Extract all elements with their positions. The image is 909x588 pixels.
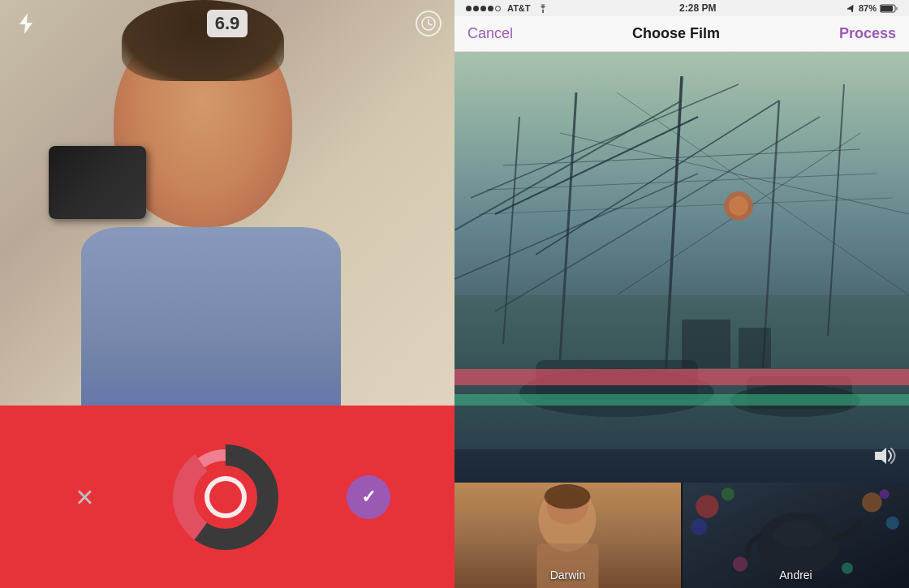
- status-bar-right: 87%: [847, 3, 898, 13]
- location-icon: [847, 4, 855, 12]
- check-icon: ✓: [361, 487, 376, 508]
- score-badge: 6.9: [207, 10, 248, 37]
- pink-stripe: [454, 369, 909, 385]
- signal-dot-1: [466, 6, 472, 11]
- svg-rect-39: [739, 328, 771, 368]
- svg-rect-38: [682, 320, 730, 368]
- film-thumb-andrei[interactable]: Andrei: [683, 483, 909, 588]
- timer-icon[interactable]: [416, 11, 442, 36]
- signal-dot-2: [473, 6, 479, 11]
- green-stripe: [454, 394, 909, 406]
- score-value: 6.9: [215, 13, 240, 33]
- signal-dot-3: [480, 6, 486, 11]
- photo-background: [0, 0, 454, 406]
- boat-wires-svg: [454, 52, 909, 449]
- process-button[interactable]: Process: [839, 25, 896, 42]
- wifi-icon: [537, 4, 549, 13]
- svg-marker-0: [19, 13, 32, 34]
- battery-percent: 87%: [859, 3, 877, 13]
- signal-dot-4: [488, 6, 493, 11]
- svg-marker-43: [875, 448, 886, 464]
- discard-button[interactable]: ×: [64, 477, 105, 517]
- signal-strength: [466, 6, 501, 11]
- right-panel: AT&T 2:28 PM 87% Cancel Choose Film Pro: [454, 0, 909, 588]
- svg-marker-11: [847, 4, 855, 12]
- status-bar-left: AT&T: [466, 3, 549, 13]
- x-icon: ×: [75, 482, 93, 513]
- bottom-controls: × ✓: [0, 406, 454, 588]
- left-panel: 6.9 ×: [0, 0, 454, 588]
- svg-point-9: [209, 481, 242, 513]
- svg-rect-13: [881, 6, 893, 11]
- cancel-button[interactable]: Cancel: [467, 25, 513, 42]
- bolt-icon[interactable]: [13, 11, 39, 36]
- camera-object: [49, 146, 146, 219]
- left-photo-area: 6.9: [0, 0, 454, 406]
- shirt: [81, 227, 341, 406]
- signal-dot-5: [495, 6, 501, 11]
- current-time: 2:28 PM: [679, 2, 716, 14]
- film-strip: Darwin: [454, 483, 909, 588]
- top-icons-row: 6.9: [0, 10, 454, 37]
- carrier-name: AT&T: [507, 3, 531, 13]
- donut-chart: [169, 440, 282, 554]
- boat-scene: [454, 52, 909, 483]
- confirm-button[interactable]: ✓: [347, 475, 390, 519]
- andrei-label: Andrei: [683, 569, 909, 582]
- status-bar: AT&T 2:28 PM 87%: [454, 0, 909, 16]
- svg-point-10: [542, 11, 544, 13]
- nav-bar: Cancel Choose Film Process: [454, 16, 909, 52]
- main-photo-area: [454, 52, 909, 483]
- svg-line-3: [429, 24, 432, 25]
- darwin-label: Darwin: [454, 569, 681, 582]
- film-thumb-darwin[interactable]: Darwin: [454, 483, 681, 588]
- svg-rect-14: [896, 6, 898, 10]
- nav-title: Choose Film: [632, 25, 720, 42]
- sound-icon[interactable]: [873, 446, 896, 470]
- battery-icon: [880, 4, 898, 13]
- svg-rect-37: [454, 52, 909, 449]
